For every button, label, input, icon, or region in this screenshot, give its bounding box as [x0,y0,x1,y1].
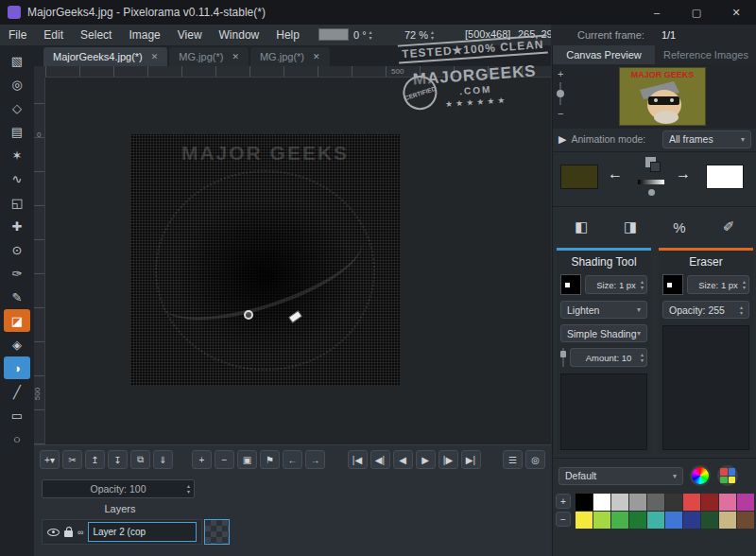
palette-swatch[interactable] [683,512,700,529]
last-frame-button[interactable]: ▶| [461,450,481,469]
shading-tool[interactable]: ◑ [4,356,30,379]
palette-swatch[interactable] [737,512,754,529]
arrow-left-icon[interactable]: ← [608,165,623,182]
menu-window[interactable]: Window [211,28,268,42]
shading-amount-slider[interactable] [560,348,566,367]
preview-zoom-in-button[interactable]: + [558,68,563,79]
menu-edit[interactable]: Edit [35,28,72,42]
dynamics-button[interactable]: ✐ [712,215,746,239]
menu-select[interactable]: Select [72,28,120,42]
layer-name-field[interactable]: Layer 2 (cop [88,522,197,542]
spinner-arrows-icon[interactable]: ▴▾ [369,29,372,41]
clone-frame-button[interactable]: ▣ [237,450,257,469]
palette-swatch[interactable] [647,512,664,529]
palette-swatch[interactable] [576,494,593,511]
menu-help[interactable]: Help [267,28,308,42]
spinner-arrows-icon[interactable]: ▴▾ [641,279,644,290]
color-knob[interactable] [648,189,655,196]
ellipse-select-tool[interactable]: ◎ [4,73,30,96]
preview-play-button[interactable]: ▶ [558,133,566,146]
move-frame-left-button[interactable]: ← [283,450,302,469]
onion-skinning-button[interactable]: ◎ [525,450,545,469]
palette-swatch[interactable] [701,494,718,511]
timeline-settings-button[interactable]: ☰ [503,450,523,469]
palette-swatch[interactable] [665,512,682,529]
palette-swatch[interactable] [611,512,628,529]
right-color-swatch[interactable] [706,165,744,189]
zoom-tool[interactable]: ⊙ [4,238,30,261]
shading-size-spinbox[interactable]: Size: 1 px ▴▾ [585,275,647,294]
remove-frame-button[interactable]: − [215,450,234,469]
play-forward-button[interactable]: ▶ [416,450,436,469]
palette-swatch[interactable] [593,512,610,529]
cel-thumbnail[interactable] [204,519,230,545]
shading-type-dropdown[interactable]: Simple Shading ▾ [560,324,647,342]
add-layer-button[interactable]: +▾ [40,450,60,469]
bucket-tool[interactable]: ◈ [4,333,30,356]
spinner-arrows-icon[interactable]: ▴▾ [431,29,434,41]
palette-swatch[interactable] [719,512,736,529]
palette-swatch[interactable] [665,494,682,511]
menu-image[interactable]: Image [120,28,168,42]
palette-swatch[interactable] [683,494,700,511]
lasso-tool[interactable]: ∿ [4,167,30,190]
slider-knob[interactable] [557,90,564,97]
play-backwards-button[interactable]: ◀ [393,450,413,469]
mirror-horizontal-button[interactable]: ◧ [564,215,598,239]
menu-file[interactable]: File [0,28,35,42]
preview-zoom-out-button[interactable]: − [558,108,563,119]
document-tab[interactable]: MG.jpg(*)✕ [250,47,330,66]
shading-brush-button[interactable] [560,274,581,295]
left-color-swatch[interactable] [560,165,598,189]
arrow-right-icon[interactable]: → [676,165,691,182]
color-picker-tool[interactable]: ✑ [4,262,30,285]
color-switch-widget[interactable] [636,157,666,200]
tab-reference-images[interactable]: Reference Images [655,45,756,64]
color-select-tool[interactable]: ▤ [4,120,30,143]
pixel-perfect-button[interactable]: % [662,215,696,239]
tab-close-icon[interactable]: ✕ [313,52,320,61]
palette-swatch[interactable] [576,512,593,529]
polygon-select-tool[interactable]: ◇ [4,96,30,119]
shading-mode-dropdown[interactable]: Lighten ▾ [560,301,647,319]
move-frame-right-button[interactable]: → [305,450,325,469]
eraser-brush-button[interactable] [662,274,683,295]
remove-color-button[interactable]: − [556,512,571,527]
rectangle-select-tool[interactable]: ▧ [4,49,30,72]
palette-swatch[interactable] [629,494,646,511]
mirror-vertical-button[interactable]: ◨ [613,215,647,239]
layer-visibility-button[interactable] [47,529,60,536]
merge-layer-button[interactable]: ⇓ [153,450,173,469]
animation-mode-dropdown[interactable]: All frames ▾ [662,130,751,148]
remove-layer-button[interactable]: ✂ [62,450,82,469]
palette-swatch[interactable] [629,512,646,529]
magic-wand-tool[interactable]: ✶ [4,144,30,166]
rectangle-tool[interactable]: ▭ [4,404,30,426]
spinner-arrows-icon[interactable]: ▴▾ [641,352,644,363]
document-tab[interactable]: MG.jpg(*)✕ [169,47,249,66]
ellipse-tool[interactable]: ○ [4,427,30,450]
line-tool[interactable]: ╱ [4,380,30,403]
tab-canvas-preview[interactable]: Canvas Preview [553,45,655,64]
menu-view[interactable]: View [169,28,211,42]
palette-swatch[interactable] [593,494,610,511]
canvas-viewport[interactable]: MAJOR GEEKS [45,78,551,444]
close-button[interactable]: ✕ [716,0,756,25]
rotation-slider[interactable] [318,28,349,41]
palette-swatch[interactable] [737,494,754,511]
preview-zoom-slider[interactable] [559,82,561,105]
zoom-spinbox[interactable]: 72 % ▴▾ [404,26,434,43]
previous-frame-button[interactable]: ◀| [370,450,390,469]
eraser-size-spinbox[interactable]: Size: 1 px ▴▾ [687,275,749,294]
first-frame-button[interactable]: |◀ [348,450,368,469]
clone-layer-button[interactable]: ⧉ [130,450,150,469]
move-layer-down-button[interactable]: ↧ [108,450,128,469]
new-palette-button[interactable] [717,465,738,486]
pencil-tool[interactable]: ✎ [4,286,30,308]
palette-swatch[interactable] [701,512,718,529]
add-color-button[interactable]: + [556,494,571,509]
eraser-tool[interactable]: ◪ [4,309,30,332]
canvas[interactable]: MAJOR GEEKS [130,134,400,386]
edit-palette-button[interactable] [690,465,711,486]
next-frame-button[interactable]: |▶ [438,450,458,469]
